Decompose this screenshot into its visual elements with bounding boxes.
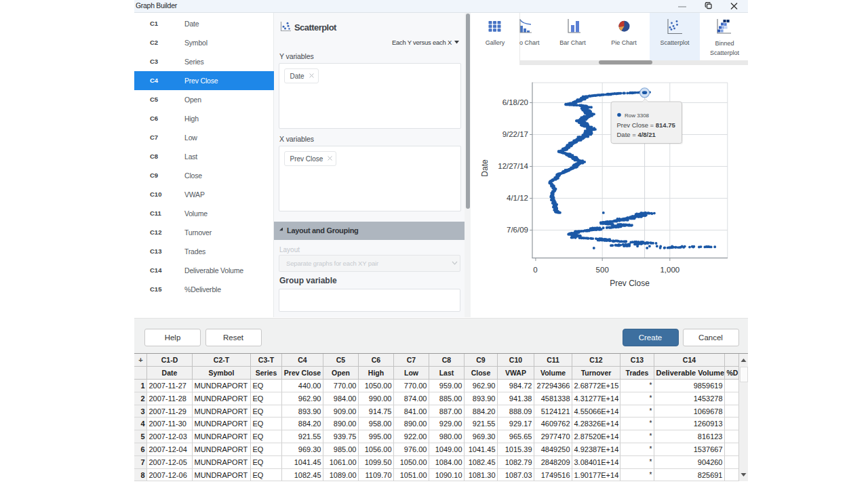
svg-text:Date: Date [480,159,490,177]
svg-text:0: 0 [533,266,537,274]
svg-text:Date = 4/8/21: Date = 4/8/21 [617,131,656,138]
svg-text:4/1/12: 4/1/12 [507,194,528,202]
svg-text:Prev Close: Prev Close [610,279,650,288]
svg-text:7/6/09: 7/6/09 [507,226,528,234]
svg-text:9/22/17: 9/22/17 [502,130,528,138]
svg-text:Prev Close = 814.75: Prev Close = 814.75 [617,121,676,129]
svg-text:500: 500 [596,266,609,274]
svg-text:12/27/14: 12/27/14 [498,162,528,170]
svg-text:6/18/20: 6/18/20 [502,98,528,106]
svg-text:Row 3308: Row 3308 [625,113,650,119]
svg-text:1,000: 1,000 [660,266,679,274]
